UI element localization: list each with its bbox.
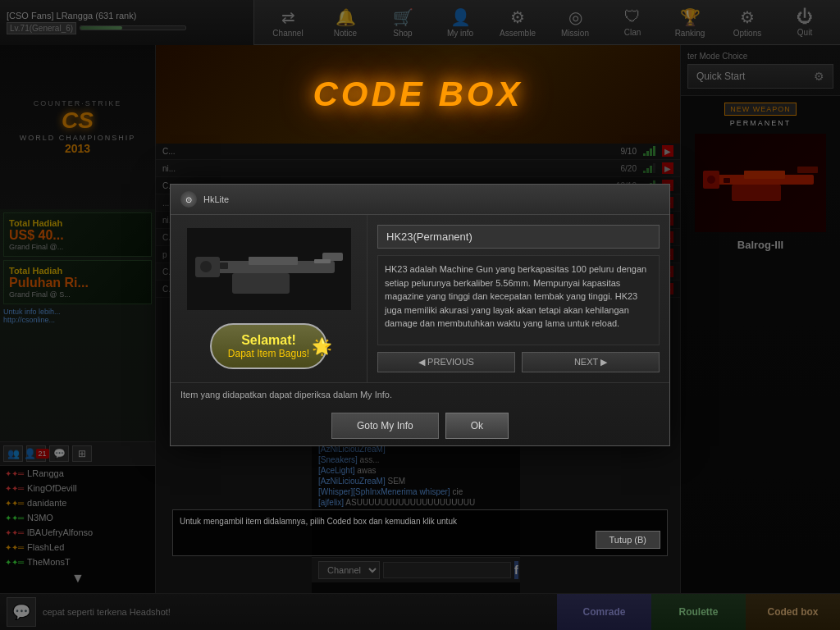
modal-actions: Goto My Info Ok [171,406,669,445]
modal-right: HK23(Permanent) HK23 adalah Machine Gun … [368,215,669,382]
codebox-header: CODE BOX [156,45,680,144]
prev-next-buttons: ◀ PREVIOUS NEXT ▶ [377,352,660,372]
goto-myinfo-button[interactable]: Goto My Info [331,413,439,439]
selamat-text: Selamat! [228,333,309,348]
codebox-modal: ⊙ HkLite Selamat! Dapat Item Bagus! [170,184,670,446]
info-hint: Untuk mengambil item didalamnya, pilih C… [180,517,457,526]
decoration-icon: 🌟 [312,336,332,356]
svg-point-12 [200,261,212,272]
modal-title-bar: HkLite [203,194,229,204]
hk23-gun-svg [191,232,347,306]
ok-button[interactable]: Ok [445,413,509,439]
dapat-item-text: Dapat Item Bagus! [228,348,309,359]
gun-image [187,228,351,310]
prev-button[interactable]: ◀ PREVIOUS [377,352,515,372]
next-button[interactable]: NEXT ▶ [522,352,660,372]
item-desc: HK23 adalah Machine Gun yang berkapasita… [377,255,660,345]
bottom-info-panel: Untuk mengambil item didalamnya, pilih C… [172,509,668,556]
codebox-title: CODE BOX [313,75,523,114]
item-name-box: HK23(Permanent) [377,225,660,249]
modal-info: Item yang didapatkan dapat diperiksa dal… [171,382,669,406]
steam-icon: ⊙ [180,191,197,208]
tutup-button[interactable]: Tutup (B) [596,531,660,549]
modal-header: ⊙ HkLite [171,185,669,215]
svg-rect-13 [220,262,228,269]
svg-rect-10 [232,273,290,294]
selamat-button[interactable]: Selamat! Dapat Item Bagus! 🌟 [210,323,327,369]
svg-rect-11 [249,257,298,265]
svg-rect-14 [314,259,331,263]
modal-body: Selamat! Dapat Item Bagus! 🌟 HK23(Perman… [171,215,669,382]
modal-left: Selamat! Dapat Item Bagus! 🌟 [171,215,368,382]
